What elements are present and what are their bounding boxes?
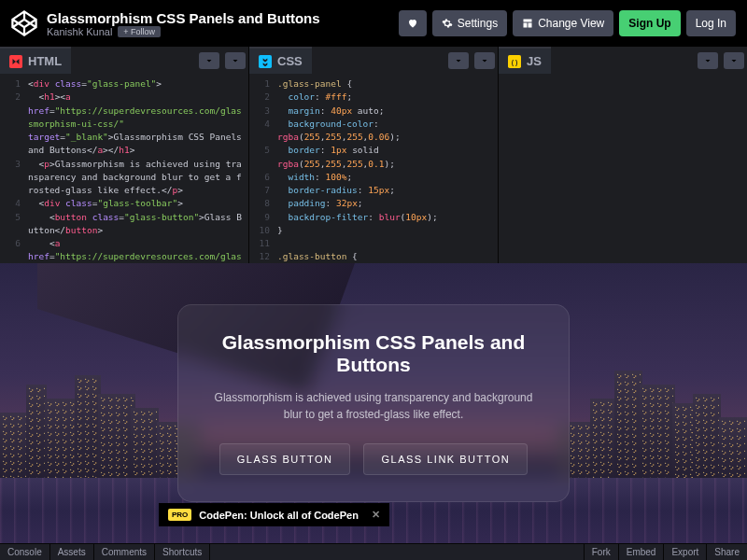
svg-text:( ): ( ) [512,58,518,65]
like-button[interactable] [399,10,427,36]
html-tab[interactable]: HTML [0,47,71,74]
promo-banner[interactable]: PRO CodePen: Unlock all of CodePen ✕ [159,503,389,526]
editors-row: HTML 1<div class="glass-panel">2 <h1><ah… [0,47,747,263]
pen-title[interactable]: Glassmorphism CSS Panels and Buttons [47,10,399,26]
settings-button[interactable]: Settings [432,10,507,36]
css-options-button[interactable] [474,52,495,69]
app-footer: ConsoleAssetsCommentsShortcuts ForkEmbed… [0,543,747,560]
layout-icon [522,18,533,29]
footer-assets-button[interactable]: Assets [50,544,94,560]
chevron-down-icon [230,55,241,66]
codepen-logo-icon [11,10,37,36]
chevron-down-icon [728,55,740,66]
html-settings-button[interactable] [199,52,219,69]
glass-panel: Glassmorphism CSS Panels and Buttons Gla… [177,304,570,502]
html-lang-icon [9,55,22,68]
html-options-button[interactable] [225,52,246,69]
author-link[interactable]: Kanishk Kunal [47,26,112,37]
glass-link-button[interactable]: GLASS LINK BUTTON [363,443,528,475]
footer-comments-button[interactable]: Comments [94,544,155,560]
app-header: Glassmorphism CSS Panels and Buttons Kan… [0,0,747,47]
chevron-down-icon [702,55,713,66]
login-button[interactable]: Log In [686,10,736,36]
settings-label: Settings [458,17,498,30]
footer-export-button[interactable]: Export [663,544,706,560]
css-settings-button[interactable] [448,52,469,69]
js-tab[interactable]: ( ) JS [499,47,551,74]
js-options-button[interactable] [724,52,744,69]
css-tab-label: CSS [277,54,303,68]
css-tab[interactable]: CSS [249,47,312,74]
signup-button[interactable]: Sign Up [619,10,680,36]
promo-close-button[interactable]: ✕ [372,509,380,521]
js-settings-button[interactable] [698,52,718,69]
change-view-button[interactable]: Change View [513,10,613,36]
chevron-down-icon [479,55,490,66]
gear-icon [442,18,453,29]
footer-embed-button[interactable]: Embed [618,544,664,560]
change-view-label: Change View [538,17,604,30]
glass-button[interactable]: GLASS BUTTON [219,443,351,475]
html-tab-label: HTML [28,54,62,68]
html-editor: HTML 1<div class="glass-panel">2 <h1><ah… [0,47,249,263]
glass-panel-title[interactable]: Glassmorphism CSS Panels and Buttons [208,331,539,376]
footer-fork-button[interactable]: Fork [584,544,618,560]
preview-pane: Glassmorphism CSS Panels and Buttons Gla… [0,263,747,543]
heart-icon [407,18,418,29]
pro-badge: PRO [168,509,191,521]
js-code-area[interactable] [499,74,747,263]
html-code-area[interactable]: 1<div class="glass-panel">2 <h1><ahref="… [0,74,248,263]
css-code-area[interactable]: 1.glass-panel {2 color: #fff;3 margin: 4… [249,74,498,263]
css-lang-icon [259,55,272,68]
css-editor: CSS 1.glass-panel {2 color: #fff;3 margi… [249,47,499,263]
chevron-down-icon [453,55,464,66]
js-lang-icon: ( ) [508,55,521,68]
follow-button[interactable]: + Follow [118,26,161,37]
js-tab-label: JS [527,54,542,68]
js-editor: ( ) JS [499,47,747,263]
glass-panel-desc: Glassmorphism is achieved using transpar… [208,389,539,423]
chevron-down-icon [204,55,215,66]
footer-console-button[interactable]: Console [0,544,50,560]
promo-text: CodePen: Unlock all of CodePen [199,510,359,521]
footer-shortcuts-button[interactable]: Shortcuts [155,544,210,560]
footer-share-button[interactable]: Share [706,544,747,560]
